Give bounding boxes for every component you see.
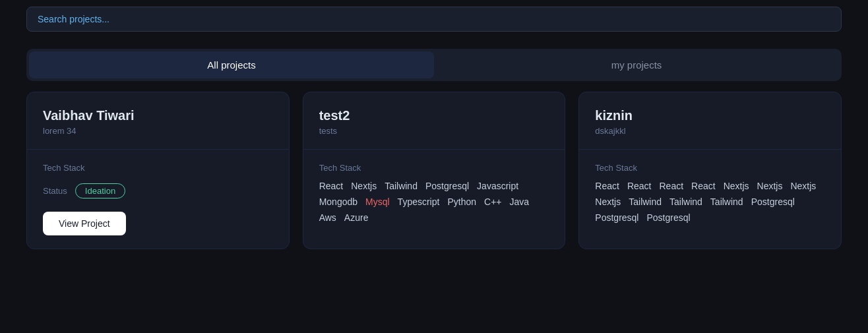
card-header-2: test2 tests	[303, 92, 565, 150]
project-subtitle-1: lorem 34	[43, 126, 273, 136]
tech-tag: Tailwind	[710, 197, 743, 207]
tech-tag: Azure	[344, 212, 369, 223]
view-project-button-1[interactable]: View Project	[43, 212, 126, 235]
card-body-2: Tech Stack ReactNextjsTailwindPostgresql…	[303, 150, 565, 236]
search-input[interactable]	[26, 7, 842, 32]
tab-bar: All projects my projects	[26, 49, 842, 81]
project-card-2: test2 tests Tech Stack ReactNextjsTailwi…	[303, 92, 566, 249]
status-row-1: Status Ideation	[43, 183, 273, 198]
tech-tag: C++	[484, 197, 501, 207]
status-badge-1: Ideation	[75, 183, 125, 198]
project-subtitle-3: dskajkkl	[595, 126, 825, 136]
project-title-1: Vaibhav Tiwari	[43, 108, 273, 123]
tech-tag: React	[627, 181, 652, 191]
project-card-1: Vaibhav Tiwari lorem 34 Tech Stack Statu…	[26, 92, 290, 249]
tech-tag: Nextjs	[351, 181, 377, 191]
tech-stack-label-1: Tech Stack	[43, 163, 273, 173]
tech-tag: Aws	[319, 212, 336, 223]
tech-stack-label-3: Tech Stack	[595, 163, 825, 173]
card-header-1: Vaibhav Tiwari lorem 34	[27, 92, 289, 150]
tech-tag: Python	[447, 197, 476, 207]
tech-tag: Postgresql	[425, 181, 469, 191]
tech-tag: Mongodb	[319, 197, 357, 207]
tech-tag: Mysql	[365, 197, 390, 207]
tech-tag: Postgresql	[595, 212, 638, 223]
tech-tag: Tailwind	[669, 197, 702, 207]
card-body-3: Tech Stack ReactReactReactReactNextjsNex…	[579, 150, 841, 236]
tab-all-projects[interactable]: All projects	[29, 51, 434, 78]
tech-tag: Tailwind	[385, 181, 418, 191]
tech-tag: React	[659, 181, 683, 191]
tech-tag: React	[319, 181, 344, 191]
tab-my-projects[interactable]: my projects	[434, 51, 839, 78]
tech-tag: Postgresql	[751, 197, 795, 207]
tech-tags-3: ReactReactReactReactNextjsNextjsNextjsNe…	[595, 181, 825, 223]
tech-tags-2: ReactNextjsTailwindPostgresqlJavascriptM…	[319, 181, 549, 223]
tech-tag: Nextjs	[595, 197, 621, 207]
card-body-1: Tech Stack Status Ideation View Project	[27, 150, 289, 249]
project-title-3: kiznin	[595, 108, 825, 123]
tech-tag: Javascript	[477, 181, 518, 191]
top-bar	[0, 0, 868, 38]
tech-tag: Postgresql	[646, 212, 690, 223]
status-label-1: Status	[43, 186, 67, 196]
tech-tag: Tailwind	[629, 197, 662, 207]
tech-tag: Nextjs	[790, 181, 816, 191]
card-header-3: kiznin dskajkkl	[579, 92, 841, 150]
tech-tag: Typescript	[398, 197, 440, 207]
tech-tag: React	[691, 181, 716, 191]
project-subtitle-2: tests	[319, 126, 549, 136]
tech-tag: Java	[509, 197, 529, 207]
tech-tag: React	[595, 181, 619, 191]
tech-stack-label-2: Tech Stack	[319, 163, 549, 173]
project-card-3: kiznin dskajkkl Tech Stack ReactReactRea…	[578, 92, 842, 249]
projects-grid: Vaibhav Tiwari lorem 34 Tech Stack Statu…	[0, 92, 868, 262]
tech-tag: Nextjs	[724, 181, 749, 191]
tech-tag: Nextjs	[757, 181, 783, 191]
project-title-2: test2	[319, 108, 549, 123]
